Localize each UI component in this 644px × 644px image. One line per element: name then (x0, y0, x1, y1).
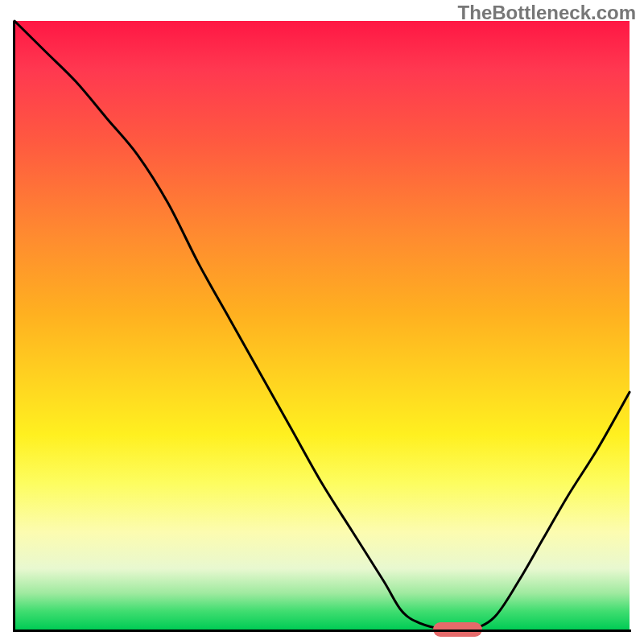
bottleneck-chart: TheBottleneck.com (0, 0, 644, 644)
curve-layer (14, 21, 630, 630)
x-axis-line (13, 630, 631, 632)
bottleneck-curve-path (14, 21, 630, 630)
y-axis-line (13, 21, 15, 631)
